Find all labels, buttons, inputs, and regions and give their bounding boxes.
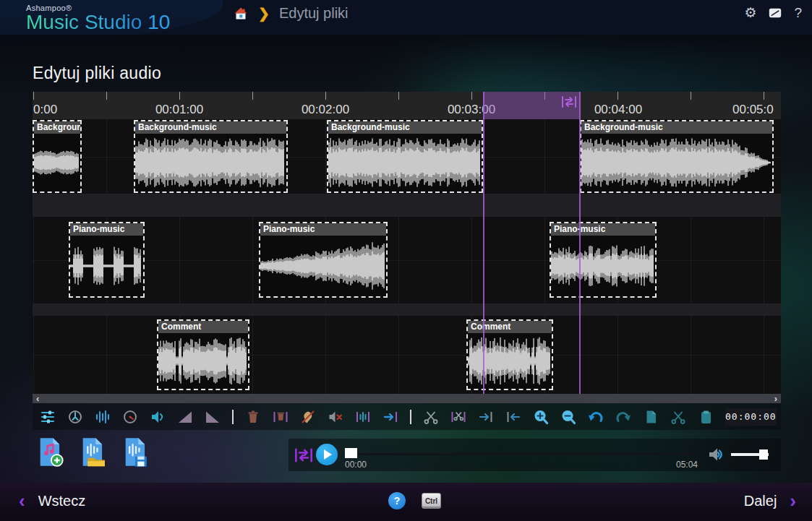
loop-playback-icon[interactable] bbox=[294, 446, 313, 465]
cut-clip-icon[interactable] bbox=[670, 409, 686, 425]
audio-clip[interactable]: Piano-music bbox=[550, 222, 657, 298]
audio-clip[interactable]: Comment bbox=[157, 319, 249, 390]
chevron-right-icon: › bbox=[790, 491, 796, 510]
save-audio-file-icon[interactable] bbox=[123, 436, 149, 468]
volume-handle[interactable] bbox=[759, 449, 768, 460]
feedback-icon[interactable] bbox=[769, 7, 782, 19]
clip-waveform bbox=[581, 135, 771, 190]
audio-clip[interactable]: Background-music bbox=[327, 120, 483, 193]
home-icon[interactable] bbox=[233, 6, 249, 22]
clip-waveform bbox=[34, 135, 79, 190]
toolbar-separator bbox=[410, 410, 411, 424]
file-actions bbox=[38, 436, 149, 468]
select-waveform-icon[interactable] bbox=[355, 409, 371, 425]
delete-icon[interactable] bbox=[245, 409, 261, 425]
audio-clip[interactable]: Comment bbox=[466, 319, 553, 390]
clip-label: Background-music bbox=[34, 121, 80, 134]
clip-label: Comment bbox=[158, 321, 248, 333]
ruler-tick bbox=[764, 92, 764, 100]
mute-ear-icon[interactable] bbox=[300, 409, 316, 425]
scissors-icon[interactable] bbox=[423, 409, 439, 425]
open-audio-file-icon[interactable] bbox=[80, 436, 106, 468]
zoom-out-icon[interactable] bbox=[560, 409, 576, 425]
next-button-label: Dalej bbox=[744, 493, 777, 509]
ruler-label: 00:04:00 bbox=[594, 103, 642, 117]
clip-label: Piano-music bbox=[260, 223, 386, 236]
clip-waveform bbox=[135, 135, 285, 190]
ruler-tick bbox=[471, 92, 472, 100]
audio-clip[interactable]: Piano-music bbox=[259, 222, 388, 298]
volume-speaker-icon[interactable] bbox=[708, 447, 725, 462]
audio-clip[interactable]: Piano-music bbox=[69, 222, 145, 298]
clip-waveform bbox=[551, 237, 654, 295]
paste-icon[interactable] bbox=[698, 409, 714, 425]
redo-icon[interactable] bbox=[615, 409, 631, 425]
play-button[interactable] bbox=[316, 444, 338, 465]
next-button[interactable]: Dalej › bbox=[744, 491, 796, 510]
selection-start-handle[interactable] bbox=[483, 92, 484, 394]
scroll-right-arrow-icon[interactable]: › bbox=[774, 395, 777, 402]
bottom-nav-bar bbox=[0, 483, 812, 521]
time-ruler[interactable]: 0:0000:01:0000:02:0000:03:0000:04:0000:0… bbox=[33, 92, 781, 119]
page-title: Edytuj pliki audio bbox=[33, 64, 161, 83]
play-icon bbox=[324, 449, 332, 460]
cut-selection-icon[interactable] bbox=[450, 409, 466, 425]
zoom-in-icon[interactable] bbox=[533, 409, 549, 425]
clip-waveform bbox=[468, 335, 550, 387]
breadcrumb-current: Edytuj pliki bbox=[279, 5, 349, 22]
clip-label: Comment bbox=[468, 321, 552, 333]
chevron-left-icon: ‹ bbox=[19, 491, 25, 510]
ruler-label: 00:02:00 bbox=[302, 103, 349, 117]
help-button[interactable]: ? bbox=[388, 492, 406, 509]
mixer-icon[interactable] bbox=[40, 409, 56, 425]
settings-gear-icon[interactable]: ⚙ bbox=[744, 6, 756, 20]
loop-region-icon[interactable] bbox=[561, 94, 577, 110]
back-button[interactable]: ‹ Wstecz bbox=[19, 491, 85, 510]
audio-clip[interactable]: Background-music bbox=[580, 120, 774, 193]
arrow-to-end-icon[interactable] bbox=[478, 409, 494, 425]
copy-icon[interactable] bbox=[643, 409, 659, 425]
track-gap bbox=[33, 194, 781, 217]
seek-bar[interactable] bbox=[358, 453, 698, 455]
ruler-tick bbox=[325, 92, 326, 100]
mute-speaker-icon[interactable] bbox=[328, 409, 343, 425]
fade-out-icon[interactable] bbox=[205, 409, 221, 425]
ruler-tick bbox=[33, 92, 34, 100]
brand-product: Music Studio bbox=[26, 11, 142, 33]
seek-handle[interactable] bbox=[345, 448, 357, 458]
audio-clip[interactable]: Background-music bbox=[33, 120, 82, 193]
timeline-scrollbar[interactable]: ‹ › bbox=[33, 394, 781, 403]
audio-clip[interactable]: Background-music bbox=[134, 120, 288, 193]
track-2[interactable]: Piano-music Piano-music Piano-music bbox=[33, 217, 781, 303]
app-logo: Ashampoo® Music Studio10 bbox=[26, 4, 170, 33]
insert-arrow-icon[interactable] bbox=[383, 409, 398, 425]
timeline-editor[interactable]: 0:0000:01:0000:02:0000:03:0000:04:0000:0… bbox=[33, 92, 781, 394]
app-window: Ashampoo® Music Studio10 ❯ Edytuj pliki … bbox=[0, 0, 812, 521]
waveform-icon[interactable] bbox=[95, 409, 111, 425]
delete-selection-icon[interactable] bbox=[273, 409, 289, 425]
arrow-to-start-icon[interactable] bbox=[505, 409, 521, 425]
undo-icon[interactable] bbox=[588, 409, 604, 425]
track-3[interactable]: Comment Comment bbox=[33, 316, 781, 394]
clip-label: Background-music bbox=[328, 121, 482, 134]
ruler-tick bbox=[179, 92, 180, 100]
playback-panel: 00:00 05:04 bbox=[289, 439, 781, 471]
volume-speaker-icon[interactable] bbox=[150, 409, 166, 425]
ruler-label: 0:00 bbox=[33, 103, 57, 117]
breadcrumb: ❯ Edytuj pliki bbox=[233, 5, 349, 22]
tempo-clock-icon[interactable] bbox=[67, 409, 83, 425]
scroll-left-arrow-icon[interactable]: ‹ bbox=[36, 395, 39, 402]
clip-label: Background-music bbox=[135, 121, 286, 134]
speed-gauge-icon[interactable] bbox=[122, 409, 138, 425]
track-1[interactable]: Background-music Background-music Backgr… bbox=[33, 119, 781, 194]
ruler-tick bbox=[691, 92, 691, 100]
clip-label: Piano-music bbox=[70, 223, 143, 236]
ruler-tick bbox=[106, 92, 107, 100]
total-time: 05:04 bbox=[676, 460, 698, 470]
edit-time-display: 00:00:00 bbox=[725, 408, 777, 426]
help-icon[interactable]: ? bbox=[794, 6, 802, 20]
selection-end-handle[interactable] bbox=[579, 92, 581, 394]
fade-in-icon[interactable] bbox=[177, 409, 193, 425]
add-audio-file-icon[interactable] bbox=[38, 436, 64, 468]
grid-line bbox=[33, 355, 781, 356]
